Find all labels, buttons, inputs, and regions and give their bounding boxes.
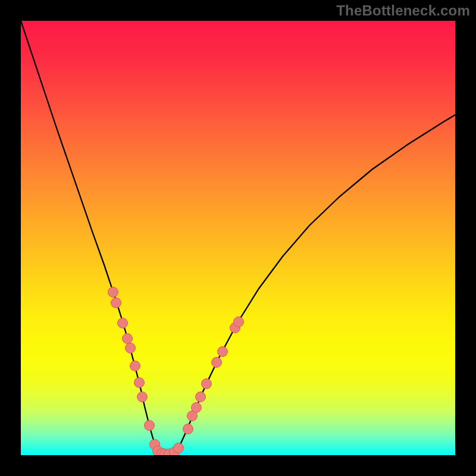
highlight-dot: [123, 334, 133, 344]
highlight-dot: [183, 424, 193, 434]
highlight-dot: [111, 298, 121, 308]
highlight-dot: [192, 403, 202, 413]
highlight-dots-layer: [21, 21, 455, 455]
highlight-dot: [108, 287, 118, 298]
highlight-dot: [202, 379, 212, 389]
highlight-dot: [126, 343, 136, 353]
plot-area: [21, 21, 455, 455]
highlight-dot: [118, 318, 128, 328]
highlight-dot: [134, 378, 145, 388]
highlight-dot: [218, 347, 228, 357]
highlight-dot: [130, 361, 140, 371]
highlight-dot: [234, 317, 244, 327]
highlight-dot: [145, 421, 155, 431]
highlight-dot: [174, 443, 184, 453]
watermark-text: TheBottleneck.com: [336, 2, 470, 19]
highlight-dots-group: [108, 287, 244, 456]
highlight-dot: [196, 392, 206, 402]
highlight-dot: [212, 358, 222, 368]
highlight-dot: [137, 392, 148, 402]
chart-frame: TheBottleneck.com: [0, 0, 476, 476]
